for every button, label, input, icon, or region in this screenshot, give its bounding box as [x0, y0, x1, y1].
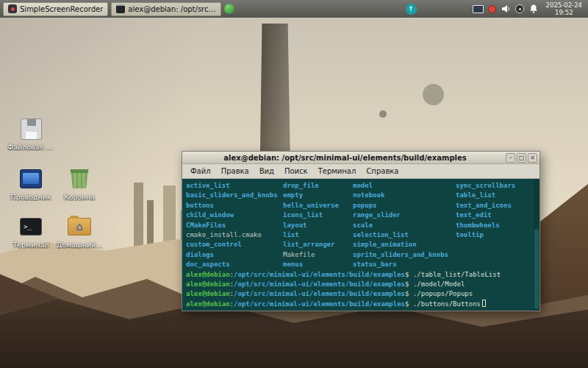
file-entry: empty — [283, 191, 353, 200]
menu-item-edit[interactable]: Правка — [216, 166, 254, 177]
notifications-bell-icon[interactable] — [528, 4, 539, 14]
moon-small — [379, 110, 387, 118]
desktop-icon-file-manager[interactable]: Проводник — [7, 166, 54, 201]
window-title: alex@debian: /opt/src/minimal-ui/element… — [184, 154, 506, 162]
prompt-dollar: $ — [405, 280, 413, 288]
close-button[interactable]: × — [528, 153, 537, 163]
file-entry: sprite_sliders_and_knobs — [353, 250, 456, 260]
desktop-icon-home[interactable]: ⌂ Домашний... — [56, 214, 103, 249]
desktop-icon-label: Домашний... — [56, 241, 103, 249]
floppy-disk-icon — [21, 118, 42, 140]
file-entry: active_list — [186, 181, 283, 191]
taskbar-window-label: SimpleScreenRecorder — [20, 5, 103, 13]
prompt-user: alex@debian — [186, 300, 230, 308]
prompt-path: /opt/src/minimal-ui/elements/build/examp… — [234, 271, 405, 278]
panel-clock[interactable]: 2025-02-24 19:52 — [543, 1, 585, 16]
prompt-command: ./table_list/TableList — [413, 271, 501, 278]
taskbar-window-terminal[interactable]: alex@debian: /opt/src/mi... — [111, 2, 221, 16]
file-entry: simple_animation — [353, 240, 456, 250]
menu-item-file[interactable]: Файл — [185, 166, 216, 177]
file-entry: selection_list — [353, 230, 456, 240]
terminal-menubar: Файл Правка Вид Поиск Терминал Справка — [182, 164, 539, 179]
file-entry: model — [353, 181, 456, 191]
desktop-icon-label: Файловая с... — [7, 143, 54, 151]
audio-mixer-tray-icon[interactable] — [515, 4, 524, 13]
file-entry: scale — [353, 221, 456, 230]
file-entry: icons_list — [283, 210, 353, 220]
file-entry: cmake_install.cmake — [186, 230, 283, 240]
prompt-user: alex@debian — [186, 280, 230, 288]
desktop-icon-terminal[interactable]: >_ Терминал — [7, 214, 54, 249]
file-manager-icon — [20, 169, 42, 188]
menu-item-search[interactable]: Поиск — [279, 166, 313, 177]
desktop-icon-trash[interactable]: Корзина — [56, 166, 103, 201]
home-folder-icon: ⌂ — [68, 218, 91, 236]
trash-basket-icon — [69, 169, 90, 188]
file-entry: table_list — [456, 191, 537, 200]
terminal-icon: >_ — [20, 218, 42, 236]
file-entry: list_arranger — [283, 240, 353, 250]
file-entry: text_and_icons — [456, 201, 537, 210]
prompt-path: /opt/src/minimal-ui/elements/build/examp… — [234, 280, 405, 288]
taskbar-window-label: alex@debian: /opt/src/mi... — [128, 5, 216, 13]
file-entry: notebook — [353, 191, 456, 200]
file-entry: buttons — [186, 201, 283, 210]
prompt-user: alex@debian — [186, 271, 230, 278]
menu-item-terminal[interactable]: Терминал — [313, 166, 362, 177]
launcher-icon[interactable] — [224, 4, 234, 14]
screen-recorder-icon — [8, 4, 17, 13]
clock-date: 2025-02-24 — [546, 1, 582, 9]
desktop-icon-label: Проводник — [7, 193, 54, 201]
file-entry: layout — [283, 221, 353, 230]
file-entry: custom_control — [186, 240, 283, 250]
clock-time: 19:52 — [546, 9, 582, 16]
desktop-icon-filesystem[interactable]: Файловая с... — [7, 116, 54, 151]
prompt-command: ./buttons/Buttons — [413, 300, 481, 308]
file-entry: text_edit — [456, 210, 537, 220]
file-entry: sync_scrollbars — [456, 181, 537, 191]
display-tray-icon[interactable] — [473, 5, 484, 13]
file-entry: child_window — [186, 210, 283, 220]
prompt-dollar: $ — [405, 300, 413, 308]
minimize-button[interactable]: – — [506, 153, 515, 163]
file-entry: hello_universe — [283, 201, 353, 210]
file-entry: menus — [283, 260, 353, 269]
system-tray: ↑ 2025-02-24 19:52 — [406, 1, 585, 16]
prompt-user: alex@debian — [186, 290, 230, 297]
file-entry: list — [283, 230, 353, 240]
file-listing: active_listdrop_filemodelsync_scrollbars… — [186, 181, 531, 270]
desktop-icon-label: Терминал — [7, 241, 54, 249]
prompt-command: ./model/Model — [413, 280, 465, 288]
prompt-path: /opt/src/minimal-ui/elements/build/examp… — [234, 300, 405, 308]
top-panel: SimpleScreenRecorder alex@debian: /opt/s… — [0, 0, 588, 18]
file-entry: popups — [353, 201, 456, 210]
terminal-content[interactable]: active_listdrop_filemodelsync_scrollbars… — [182, 179, 539, 311]
file-entry: status_bars — [353, 260, 456, 269]
file-entry: range_slider — [353, 210, 456, 220]
record-tray-icon[interactable] — [488, 5, 496, 13]
prompt-path: /opt/src/minimal-ui/elements/build/examp… — [234, 290, 405, 297]
prompt-command: ./popups/Popups — [413, 290, 473, 297]
prompt-lines: alex@debian:/opt/src/minimal-ui/elements… — [186, 270, 531, 310]
file-entry: tooltip — [456, 230, 537, 240]
prompt-dollar: $ — [405, 271, 413, 278]
window-titlebar[interactable]: alex@debian: /opt/src/minimal-ui/element… — [182, 152, 539, 164]
taskbar-window-recorder[interactable]: SimpleScreenRecorder — [3, 2, 108, 16]
desktop-icon-label: Корзина — [56, 193, 103, 201]
scrollbar-thumb[interactable] — [534, 229, 539, 309]
menu-item-help[interactable]: Справка — [361, 166, 404, 177]
volume-tray-icon[interactable] — [501, 4, 511, 14]
terminal-window: alex@debian: /opt/src/minimal-ui/element… — [182, 151, 540, 311]
moon-large — [423, 84, 444, 105]
file-entry: Makefile — [283, 250, 353, 260]
updates-tray-icon[interactable]: ↑ — [406, 4, 417, 15]
prompt-dollar: $ — [405, 290, 413, 297]
maximize-button[interactable]: □ — [517, 153, 526, 163]
terminal-scrollbar[interactable] — [534, 179, 539, 311]
file-entry: doc_aspects — [186, 260, 283, 269]
menu-item-view[interactable]: Вид — [254, 166, 279, 177]
distant-tower — [134, 183, 143, 253]
terminal-cursor — [482, 300, 486, 307]
file-entry: thumbwheels — [456, 221, 537, 230]
file-entry: basic_sliders_and_knobs — [186, 191, 283, 200]
